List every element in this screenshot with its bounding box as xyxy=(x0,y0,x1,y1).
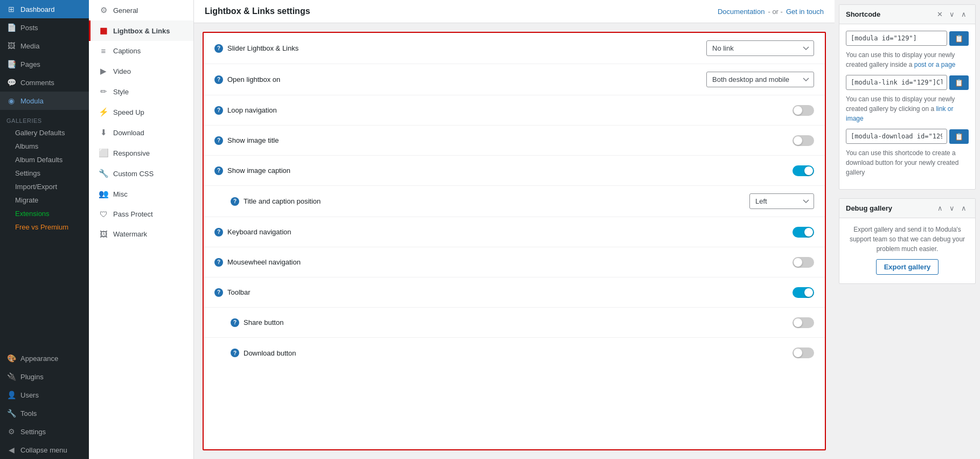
watermark-icon: 🖼 xyxy=(98,229,109,239)
sidebar-sub-migrate[interactable]: Migrate xyxy=(0,193,89,207)
label-text: Show image title xyxy=(227,136,279,144)
help-icon-show-image-title[interactable]: ? xyxy=(214,136,223,145)
setting-row-mousewheel-navigation: ? Mousewheel navigation xyxy=(204,247,825,277)
show-image-title-toggle[interactable] xyxy=(793,135,814,146)
settings-bottom-icon: ⚙ xyxy=(6,427,16,436)
plugin-sidebar-custom-css[interactable]: 🔧 Custom CSS xyxy=(89,163,193,184)
shortcode-widget-collapse-btn[interactable]: ✕ xyxy=(935,9,945,19)
sidebar-item-label: Users xyxy=(20,391,39,399)
sidebar-sub-album-defaults[interactable]: Album Defaults xyxy=(0,153,89,166)
debug-widget-collapse-btn[interactable]: ∧ xyxy=(959,203,969,213)
help-icon-slider-lightbox[interactable]: ? xyxy=(214,44,223,53)
keyboard-navigation-toggle[interactable] xyxy=(793,227,814,238)
sidebar-item-users[interactable]: 👤 Users xyxy=(0,386,89,404)
documentation-link[interactable]: Documentation xyxy=(718,8,764,16)
plugin-sidebar-responsive[interactable]: ⬜ Responsive xyxy=(89,143,193,163)
debug-widget-actions: ∧ ∨ ∧ xyxy=(935,203,969,213)
open-lightbox-select[interactable]: Both desktop and mobile Desktop only Mob… xyxy=(706,72,814,87)
toolbar-toggle[interactable] xyxy=(793,287,814,298)
sidebar-item-appearance[interactable]: 🎨 Appearance xyxy=(0,349,89,367)
sidebar-item-collapse[interactable]: ◀ Collapse menu xyxy=(0,441,89,459)
sidebar-item-label: Posts xyxy=(20,24,38,32)
post-or-page-link[interactable]: post or a page xyxy=(914,61,956,68)
download-button-toggle[interactable] xyxy=(793,347,814,358)
sidebar-item-label: Appearance xyxy=(20,354,58,363)
right-panel: Shortcode ✕ ∨ ∧ 📋 You can use this to di… xyxy=(835,0,980,459)
sidebar-item-plugins[interactable]: 🔌 Plugins xyxy=(0,367,89,386)
plugin-sidebar-lightbox-links[interactable]: ▦ Lightbox & Links xyxy=(89,20,193,41)
shortcode-input-1[interactable] xyxy=(846,75,947,90)
sidebar-item-pages[interactable]: 📑 Pages xyxy=(0,55,89,73)
plugin-sidebar-captions[interactable]: ≡ Captions xyxy=(89,41,193,61)
title-caption-position-select[interactable]: Left Center Right xyxy=(749,193,814,209)
plugin-sidebar-watermark[interactable]: 🖼 Watermark xyxy=(89,224,193,244)
link-or-image-link[interactable]: link or image xyxy=(846,105,953,122)
shortcode-widget-header: Shortcode ✕ ∨ ∧ xyxy=(839,5,975,24)
plugin-sidebar-general[interactable]: ⚙ General xyxy=(89,0,193,20)
shortcode-widget-up-btn[interactable]: ∧ xyxy=(959,9,969,19)
shortcode-input-2[interactable] xyxy=(846,129,947,144)
plugin-sidebar-style[interactable]: ✏ Style xyxy=(89,81,193,102)
help-icon-show-image-caption[interactable]: ? xyxy=(214,166,223,175)
shortcode-desc-2: You can use this shortcode to create a d… xyxy=(846,148,969,177)
plugin-sidebar-pass-protect[interactable]: 🛡 Pass Protect xyxy=(89,204,193,224)
get-in-touch-link[interactable]: Get in touch xyxy=(786,8,824,16)
plugin-sidebar-download[interactable]: ⬇ Download xyxy=(89,122,193,143)
shortcode-desc-0: You can use this to display your newly c… xyxy=(846,50,969,69)
shortcode-copy-btn-0[interactable]: 📋 xyxy=(949,31,969,46)
help-icon-title-caption-position[interactable]: ? xyxy=(231,197,239,206)
shortcode-copy-btn-2[interactable]: 📋 xyxy=(949,129,969,144)
show-image-caption-toggle[interactable] xyxy=(793,165,814,176)
plugin-sidebar-speed-up[interactable]: ⚡ Speed Up xyxy=(89,102,193,122)
sidebar-item-modula[interactable]: ◉ Modula xyxy=(0,92,89,110)
setting-row-loop-navigation: ? Loop navigation xyxy=(204,95,825,126)
debug-widget-up-btn[interactable]: ∧ xyxy=(935,203,945,213)
appearance-icon: 🎨 xyxy=(6,353,16,363)
sidebar-item-dashboard[interactable]: ⊞ Dashboard xyxy=(0,0,89,18)
sidebar-sub-albums[interactable]: Albums xyxy=(0,140,89,153)
setting-label-download-button: ? Download button xyxy=(231,349,793,357)
sidebar-item-label: Media xyxy=(20,42,39,50)
sidebar-item-tools[interactable]: 🔧 Tools xyxy=(0,404,89,422)
export-gallery-button[interactable]: Export gallery xyxy=(876,259,939,275)
label-text: Download button xyxy=(244,349,296,357)
plugin-sidebar-label: Misc xyxy=(113,190,128,198)
sidebar-item-label: Tools xyxy=(20,409,37,418)
sidebar-item-posts[interactable]: 📄 Posts xyxy=(0,18,89,37)
plugin-sidebar-misc[interactable]: 👥 Misc xyxy=(89,184,193,204)
general-icon: ⚙ xyxy=(98,5,109,15)
share-button-toggle[interactable] xyxy=(793,317,814,328)
help-icon-mousewheel-navigation[interactable]: ? xyxy=(214,258,223,267)
setting-label-show-image-caption: ? Show image caption xyxy=(214,166,793,175)
shortcode-copy-btn-1[interactable]: 📋 xyxy=(949,75,969,90)
debug-widget-down-btn[interactable]: ∨ xyxy=(947,203,957,213)
shortcode-input-0[interactable] xyxy=(846,31,947,46)
sidebar-item-media[interactable]: 🖼 Media xyxy=(0,37,89,55)
loop-navigation-toggle[interactable] xyxy=(793,105,814,116)
setting-row-show-image-title: ? Show image title xyxy=(204,126,825,156)
mousewheel-navigation-toggle[interactable] xyxy=(793,257,814,268)
setting-control-toolbar xyxy=(793,287,814,298)
sidebar-sub-gallery-defaults[interactable]: Gallery Defaults xyxy=(0,126,89,140)
help-icon-keyboard-navigation[interactable]: ? xyxy=(214,228,223,237)
plugin-sidebar-video[interactable]: ▶ Video xyxy=(89,61,193,81)
setting-label-show-image-title: ? Show image title xyxy=(214,136,793,145)
setting-label-loop-navigation: ? Loop navigation xyxy=(214,106,793,115)
slider-lightbox-select[interactable]: No link Open lightbox Custom link xyxy=(706,40,814,56)
help-icon-download-button[interactable]: ? xyxy=(231,349,239,357)
setting-control-loop-navigation xyxy=(793,105,814,116)
help-icon-open-lightbox[interactable]: ? xyxy=(214,75,223,84)
help-icon-toolbar[interactable]: ? xyxy=(214,288,223,297)
help-icon-share-button[interactable]: ? xyxy=(231,318,239,327)
sidebar-item-comments[interactable]: 💬 Comments xyxy=(0,73,89,92)
debug-widget-body: Export gallery and send it to Modula's s… xyxy=(839,218,975,283)
setting-control-keyboard-navigation xyxy=(793,227,814,238)
shortcode-widget-expand-btn[interactable]: ∨ xyxy=(947,9,957,19)
sidebar-sub-extensions[interactable]: Extensions xyxy=(0,207,89,220)
help-icon-loop-navigation[interactable]: ? xyxy=(214,106,223,115)
sidebar-sub-free-vs-premium[interactable]: Free vs Premium xyxy=(0,220,89,234)
sidebar-item-settings-bottom[interactable]: ⚙ Settings xyxy=(0,422,89,441)
content-area: Lightbox & Links settings Documentation … xyxy=(194,0,835,459)
sidebar-sub-import-export[interactable]: Import/Export xyxy=(0,180,89,193)
sidebar-sub-settings[interactable]: Settings xyxy=(0,166,89,180)
